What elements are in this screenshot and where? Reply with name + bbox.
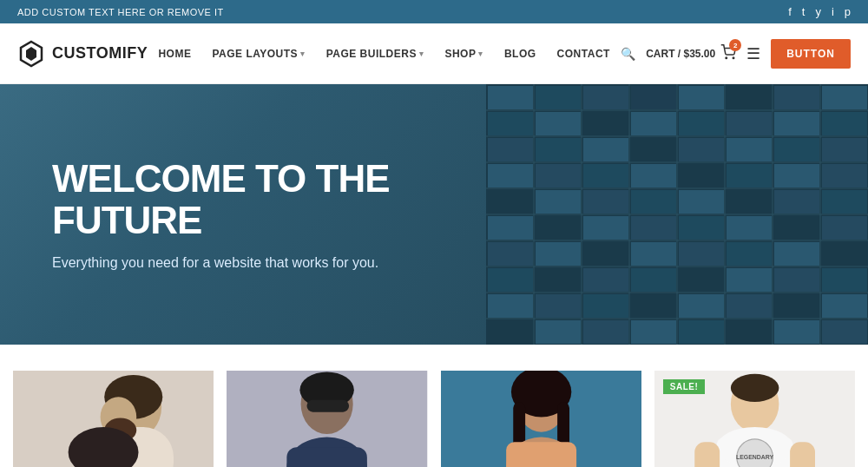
nav-blog[interactable]: BLOG xyxy=(496,41,545,67)
svg-point-3 xyxy=(733,57,734,59)
product-image-3 xyxy=(441,371,641,467)
chevron-down-icon: ▾ xyxy=(300,49,306,58)
product-card-2[interactable] xyxy=(227,371,427,467)
svg-rect-62 xyxy=(536,216,581,240)
svg-rect-84 xyxy=(822,268,867,292)
svg-rect-51 xyxy=(774,164,819,187)
svg-rect-22 xyxy=(536,86,581,109)
svg-rect-86 xyxy=(536,294,581,318)
svg-rect-56 xyxy=(631,190,676,214)
svg-rect-42 xyxy=(727,138,772,161)
search-icon[interactable]: 🔍 xyxy=(621,47,635,61)
svg-rect-49 xyxy=(679,164,724,187)
cta-button[interactable]: BUTTON xyxy=(771,39,851,69)
svg-rect-83 xyxy=(774,268,819,292)
product-card-3[interactable] xyxy=(441,371,641,467)
svg-rect-100 xyxy=(822,320,867,344)
product-image-1 xyxy=(13,371,214,467)
hamburger-icon[interactable]: ☰ xyxy=(746,44,760,63)
svg-rect-24 xyxy=(631,86,676,109)
svg-rect-95 xyxy=(583,320,628,344)
svg-rect-65 xyxy=(679,216,724,240)
instagram-icon[interactable]: i xyxy=(832,5,834,18)
svg-rect-81 xyxy=(679,268,724,292)
svg-rect-28 xyxy=(822,86,867,109)
hero-subtitle: Everything you need for a website that w… xyxy=(52,255,451,271)
svg-rect-58 xyxy=(727,190,772,214)
hero-title: WELCOME TO THE FUTURE xyxy=(52,158,451,242)
youtube-icon[interactable]: y xyxy=(815,5,821,18)
cart-badge: 2 xyxy=(729,39,741,51)
svg-rect-32 xyxy=(631,112,676,135)
cart-button[interactable]: CART / $35.00 2 xyxy=(646,44,736,62)
svg-rect-80 xyxy=(631,268,676,292)
svg-rect-57 xyxy=(679,190,724,214)
svg-rect-38 xyxy=(536,138,581,161)
svg-rect-25 xyxy=(679,86,724,109)
svg-rect-113 xyxy=(287,447,368,467)
svg-rect-39 xyxy=(583,138,628,161)
svg-rect-48 xyxy=(631,164,676,187)
svg-rect-46 xyxy=(536,164,581,187)
svg-rect-47 xyxy=(583,164,628,187)
twitter-icon[interactable]: t xyxy=(802,5,806,18)
product-image-2 xyxy=(227,371,427,467)
svg-rect-74 xyxy=(727,242,772,266)
cart-icon-wrap: 2 xyxy=(720,44,736,62)
svg-rect-72 xyxy=(631,242,676,266)
svg-marker-1 xyxy=(26,47,36,61)
svg-rect-82 xyxy=(727,268,772,292)
svg-rect-54 xyxy=(536,190,581,214)
svg-rect-41 xyxy=(679,138,724,161)
svg-rect-78 xyxy=(536,268,581,292)
svg-rect-36 xyxy=(822,112,867,135)
nav-home[interactable]: HOME xyxy=(149,41,200,67)
nav-page-layouts[interactable]: PAGE LAYOUTS ▾ xyxy=(203,41,313,67)
logo[interactable]: CUSTOMIFY xyxy=(17,40,148,68)
nav-page-builders[interactable]: PAGE BUILDERS ▾ xyxy=(318,41,433,67)
svg-rect-27 xyxy=(774,86,819,109)
svg-rect-52 xyxy=(822,164,867,187)
main-navigation: HOME PAGE LAYOUTS ▾ PAGE BUILDERS ▾ SHOP… xyxy=(149,41,618,67)
svg-rect-23 xyxy=(583,86,628,109)
svg-rect-88 xyxy=(631,294,676,318)
svg-rect-63 xyxy=(583,216,628,240)
svg-text:LEGENDARY: LEGENDARY xyxy=(736,454,774,460)
svg-rect-31 xyxy=(583,112,628,135)
svg-rect-94 xyxy=(536,320,581,344)
nav-contact[interactable]: CONTACT xyxy=(549,41,619,67)
hero-section: WELCOME TO THE FUTURE Everything you nee… xyxy=(0,84,868,345)
hero-content: WELCOME TO THE FUTURE Everything you nee… xyxy=(0,84,503,345)
svg-rect-33 xyxy=(679,112,724,135)
nav-shop[interactable]: SHOP ▾ xyxy=(436,41,492,67)
svg-point-2 xyxy=(726,57,727,59)
svg-rect-91 xyxy=(774,294,819,318)
svg-rect-129 xyxy=(790,442,815,467)
top-bar: ADD CUSTOM TEXT HERE OR REMOVE IT f t y … xyxy=(0,0,868,23)
product-card-4[interactable]: LEGENDARY SALE! xyxy=(654,371,855,467)
svg-rect-92 xyxy=(822,294,867,318)
top-bar-announcement: ADD CUSTOM TEXT HERE OR REMOVE IT xyxy=(17,7,224,17)
chevron-down-icon: ▾ xyxy=(419,49,424,58)
facebook-icon[interactable]: f xyxy=(788,5,792,18)
svg-rect-111 xyxy=(307,400,350,412)
svg-rect-64 xyxy=(631,216,676,240)
svg-rect-128 xyxy=(694,442,720,467)
svg-rect-98 xyxy=(727,320,772,344)
product-card-1[interactable] xyxy=(13,371,214,467)
header-right: 🔍 CART / $35.00 2 ☰ BUTTON xyxy=(621,39,851,69)
cart-label: CART / $35.00 xyxy=(646,48,715,60)
svg-rect-67 xyxy=(774,216,819,240)
svg-rect-70 xyxy=(536,242,581,266)
chevron-down-icon: ▾ xyxy=(478,49,483,58)
logo-text: CUSTOMIFY xyxy=(52,44,148,62)
pinterest-icon[interactable]: p xyxy=(845,5,851,18)
svg-rect-35 xyxy=(774,112,819,135)
svg-rect-87 xyxy=(583,294,628,318)
products-section: LEGENDARY SALE! xyxy=(0,345,868,467)
svg-rect-75 xyxy=(774,242,819,266)
svg-rect-99 xyxy=(774,320,819,344)
svg-rect-60 xyxy=(822,190,867,214)
svg-rect-97 xyxy=(679,320,724,344)
sale-badge: SALE! xyxy=(663,379,706,394)
